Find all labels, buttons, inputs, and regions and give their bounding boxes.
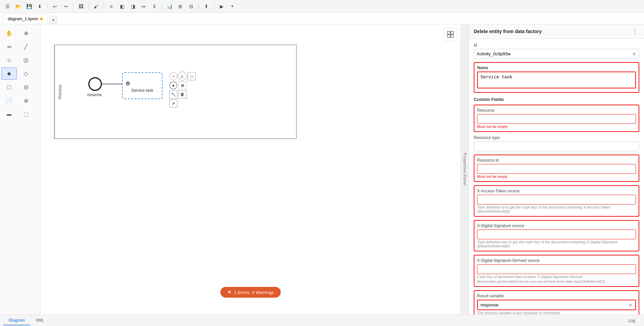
bottom-bar: Diagram XML Log: [0, 315, 644, 326]
sep4: [104, 3, 104, 10]
svg-rect-1: [451, 31, 453, 34]
id-label: Id: [474, 43, 639, 48]
move-tool-button[interactable]: ⇔: [1, 40, 17, 53]
name-textarea[interactable]: Service task: [477, 72, 636, 88]
minimap-button[interactable]: [444, 28, 457, 41]
id-input[interactable]: [474, 49, 630, 58]
x-digital-signature-hint: Task definition key to get the ceph key …: [477, 240, 636, 248]
process-lane: Process початок ⚙ Service task ○ ◇ □: [54, 45, 297, 139]
undo-button[interactable]: ↩: [50, 2, 60, 11]
x-digital-signature-label: X-Digital-Signature source: [477, 223, 636, 228]
diagram-bottom-tab[interactable]: Diagram: [3, 316, 30, 325]
resource-label: Resource: [477, 108, 636, 113]
action-delete-btn[interactable]: 🗑: [178, 90, 186, 99]
menu-button[interactable]: ☰: [3, 2, 12, 11]
x-access-token-label: X-Access-Token source: [477, 189, 636, 193]
download-button[interactable]: ⬇: [35, 2, 45, 11]
doc-tool-button[interactable]: 📄: [1, 94, 17, 107]
database-tool-button[interactable]: ⊟: [18, 81, 34, 93]
shape-chooser: ○ ◇ □ ● ⊞ 🔧 🗑 ↗: [169, 72, 196, 108]
diamond-tool-button[interactable]: ◇: [18, 67, 34, 80]
tool-row-5: □ ⊟: [1, 81, 39, 93]
append-rect-btn[interactable]: □: [187, 72, 196, 80]
save-button[interactable]: 💾: [24, 2, 34, 11]
id-clear-button[interactable]: ✕: [630, 51, 639, 57]
append-diamond-btn[interactable]: ◇: [177, 71, 188, 82]
dashed-rect-tool-button[interactable]: ⬚: [18, 108, 34, 120]
tool-row-3: ○ ◎: [1, 54, 39, 66]
result-variable-hint: The process variable to put response to …: [477, 311, 636, 315]
name-label: Name: [477, 65, 636, 70]
x-digital-signature-derived-input[interactable]: [477, 264, 636, 274]
tabbar: diagram_1.bpmn +: [0, 13, 644, 24]
group-button[interactable]: ⊞: [176, 2, 185, 11]
sep2: [73, 3, 74, 10]
sep3: [88, 3, 89, 10]
toolbar: ☰ 📂 💾 ⬇ ↩ ↪ 🖼 🖌 ≡ ◧ ◨ ⇔ ⇕ 📊 ⊞ ⊟ ⬆ ▶ ▼: [0, 0, 644, 13]
tab-dot: [40, 18, 43, 20]
open-button[interactable]: 📂: [13, 2, 23, 11]
connect-tool-button[interactable]: ╱: [18, 40, 34, 53]
play-dropdown-button[interactable]: ▼: [228, 2, 237, 11]
redo-button[interactable]: ↪: [61, 2, 70, 11]
chart-button[interactable]: 📊: [165, 2, 174, 11]
x-digital-signature-derived-field-group: X-Digital-Signature-Derived source Ceph …: [474, 255, 639, 287]
properties-panel-toggle[interactable]: Properties Panel: [461, 24, 469, 315]
canvas-area[interactable]: Process початок ⚙ Service task ○ ◇ □: [40, 24, 461, 315]
append-dashed-btn[interactable]: ⊞: [178, 81, 186, 89]
brush-button[interactable]: 🖌: [91, 2, 101, 11]
resource-id-input[interactable]: [477, 164, 636, 174]
x-digital-signature-field-group: X-Digital-Signature source Task definiti…: [474, 220, 639, 251]
main-layout: ✋ ⊕ ⇔ ╱ ○ ◎ ● ◇ □ ⊟ 📄 ⊛ ▬ ⬚: [0, 24, 644, 315]
circle-tool-button[interactable]: ○: [1, 54, 17, 66]
diagram-tab-item[interactable]: diagram_1.bpmn: [3, 14, 48, 24]
ungroup-button[interactable]: ⊟: [186, 2, 196, 11]
x-access-token-input[interactable]: [477, 195, 636, 205]
cylinder-tool-button[interactable]: ⊛: [18, 94, 34, 107]
custom-fields-title: Custom Fields: [474, 97, 639, 102]
tab-name: diagram_1.bpmn: [8, 17, 38, 21]
x-digital-signature-derived-hint: Ceph key of document that contains X-Dig…: [477, 275, 636, 279]
align-right-button[interactable]: ◨: [128, 2, 138, 11]
hand-tool-button[interactable]: ✋: [1, 27, 17, 39]
result-variable-row: ✕: [477, 300, 636, 310]
result-variable-field-group: Result variable ✕ The process variable t…: [474, 290, 639, 315]
sequence-flow: [101, 84, 124, 84]
left-tools: ✋ ⊕ ⇔ ╱ ○ ◎ ● ◇ □ ⊟ 📄 ⊛ ▬ ⬚: [0, 24, 40, 315]
distribute-h-button[interactable]: ⇔: [139, 2, 148, 11]
resource-type-field-group: Resource type: [474, 135, 639, 151]
action-wrench-btn[interactable]: 🔧: [169, 90, 177, 99]
distribute-v-button[interactable]: ⇕: [150, 2, 159, 11]
align-left-button[interactable]: ◧: [117, 2, 127, 11]
xml-bottom-tab[interactable]: XML: [30, 316, 50, 325]
append-end-circle-btn[interactable]: ●: [169, 81, 177, 89]
name-field-group: Name Service task: [474, 62, 639, 93]
props-menu-button[interactable]: ⋮: [631, 28, 639, 35]
dotted-circle-tool-button[interactable]: ◎: [18, 54, 34, 66]
service-task-gear-icon: ⚙: [125, 80, 130, 87]
crosshair-tool-button[interactable]: ⊕: [18, 27, 34, 39]
result-variable-input[interactable]: [478, 300, 626, 309]
tool-row-7: ▬ ⬚: [1, 108, 39, 120]
bold-circle-tool-button[interactable]: ●: [1, 67, 17, 80]
x-digital-signature-input[interactable]: [477, 229, 636, 239]
upload-button[interactable]: ⬆: [202, 2, 211, 11]
resource-input[interactable]: [477, 114, 636, 124]
panel-tool-button[interactable]: ▬: [1, 108, 17, 120]
align-center-button[interactable]: ≡: [107, 2, 116, 11]
image-button[interactable]: 🖼: [76, 2, 86, 11]
resource-id-error: Must not be empty: [477, 174, 636, 179]
sep5: [162, 3, 162, 10]
action-arrow-btn[interactable]: ↗: [169, 100, 177, 108]
svg-rect-0: [447, 31, 450, 34]
add-tab-button[interactable]: +: [49, 16, 57, 24]
start-event[interactable]: [88, 77, 102, 91]
append-circle-btn[interactable]: ○: [169, 72, 177, 80]
resource-type-input[interactable]: [474, 141, 639, 151]
rectangle-tool-button[interactable]: □: [1, 81, 17, 93]
log-button[interactable]: Log: [623, 318, 641, 323]
play-button[interactable]: ▶: [217, 2, 226, 11]
error-badge[interactable]: ✕ 1 Errors, 0 Warnings: [221, 287, 281, 298]
result-variable-clear-button[interactable]: ✕: [626, 302, 635, 308]
service-task-element[interactable]: ⚙ Service task: [122, 72, 163, 99]
